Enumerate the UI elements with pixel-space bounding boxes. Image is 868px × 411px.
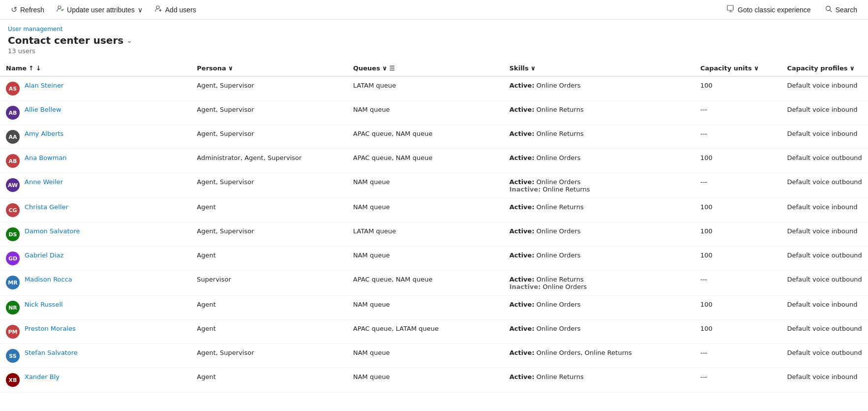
user-name-link[interactable]: Anne Weiler (25, 178, 63, 186)
queues-chevron-icon: ∨ (382, 64, 388, 72)
goto-classic-icon (727, 5, 735, 14)
breadcrumb[interactable]: User management (8, 26, 860, 32)
skill-name: Online Orders, Online Returns (537, 349, 632, 356)
capacity-profiles-sort[interactable]: Capacity profiles ∨ (787, 64, 862, 72)
cell-skills: Active: Online Orders (504, 247, 694, 271)
users-table-container: Name ↑ ↓ Persona ∨ Queues ∨ ☰ (0, 57, 868, 396)
cell-name: AW Anne Weiler (0, 173, 191, 198)
skill-name: Online Orders (537, 252, 581, 259)
cell-persona: Agent, Supervisor (191, 173, 347, 198)
name-cell: GD Gabriel Diaz (6, 252, 185, 265)
table-row: XB Xander Bly AgentNAM queueActive: Onli… (0, 368, 868, 392)
name-cell: PM Preston Morales (6, 325, 185, 339)
name-cell: SS Stefan Salvatore (6, 349, 185, 363)
cell-queues: LATAM queue (347, 76, 504, 101)
cell-skills: Active: Online Orders (504, 149, 694, 173)
user-name-link[interactable]: Nick Russell (25, 301, 63, 308)
cell-capacity-units: --- (694, 271, 781, 296)
cell-name: NR Nick Russell (0, 296, 191, 320)
table-row: PM Preston Morales AgentAPAC queue, LATA… (0, 320, 868, 344)
queues-filter-icon[interactable]: ☰ (389, 64, 395, 72)
cell-name: AS Alan Steiner (0, 76, 191, 101)
skills-sort[interactable]: Skills ∨ (509, 64, 688, 72)
queues-sort[interactable]: Queues ∨ ☰ (353, 64, 498, 72)
skill-status: Active: (509, 349, 535, 356)
user-name-link[interactable]: Amy Alberts (25, 130, 63, 137)
avatar: AS (6, 82, 20, 95)
cell-queues: LATAM queue (347, 222, 504, 247)
skill-entry: Active: Online Orders (509, 227, 688, 235)
persona-sort[interactable]: Persona ∨ (197, 64, 341, 72)
cell-persona: Agent, Supervisor (191, 344, 347, 368)
name-cell: NR Nick Russell (6, 301, 185, 315)
skill-status: Active: (509, 276, 535, 283)
cell-skills: Active: Online Orders, Online Returns (504, 344, 694, 368)
cell-capacity-profiles: Default voice outbound (781, 320, 868, 344)
name-cell: AB Ana Bowman (6, 154, 185, 168)
name-sort[interactable]: Name ↑ ↓ (6, 64, 185, 72)
col-header-skills: Skills ∨ (504, 61, 694, 76)
cell-capacity-units: --- (694, 101, 781, 125)
refresh-button[interactable]: ↺ Refresh (6, 3, 49, 16)
persona-chevron-icon: ∨ (228, 64, 234, 72)
skill-status: Active: (509, 106, 535, 113)
col-queues-label: Queues (353, 64, 380, 72)
add-user-icon (154, 5, 162, 15)
search-label: Search (836, 6, 857, 14)
cell-skills: Active: Online Orders (504, 222, 694, 247)
cell-persona: Agent (191, 247, 347, 271)
user-name-link[interactable]: Preston Morales (25, 325, 76, 332)
cell-capacity-profiles: Default voice outbound (781, 247, 868, 271)
user-name-link[interactable]: Ana Bowman (25, 154, 67, 161)
user-name-link[interactable]: Alan Steiner (25, 82, 63, 89)
skill-status: Active: (509, 82, 535, 89)
cell-persona: Agent (191, 368, 347, 392)
avatar: NR (6, 301, 20, 315)
cell-persona: Agent, Supervisor (191, 76, 347, 101)
cell-skills: Active: Online OrdersInactive: Online Re… (504, 173, 694, 198)
goto-classic-button[interactable]: Goto classic experience (722, 3, 816, 16)
add-users-button[interactable]: Add users (150, 3, 201, 17)
user-name-link[interactable]: Xander Bly (25, 373, 60, 380)
cell-capacity-units: 100 (694, 296, 781, 320)
user-name-link[interactable]: Stefan Salvatore (25, 349, 78, 356)
avatar: AW (6, 178, 20, 192)
table-header: Name ↑ ↓ Persona ∨ Queues ∨ ☰ (0, 61, 868, 76)
cell-name: SS Stefan Salvatore (0, 344, 191, 368)
page-title-chevron[interactable]: ⌄ (126, 36, 132, 44)
avatar: GD (6, 252, 20, 265)
cell-queues: NAM queue (347, 344, 504, 368)
user-name-link[interactable]: Allie Bellew (25, 106, 61, 113)
skill-name: Online Orders (537, 82, 581, 89)
svg-point-0 (58, 6, 61, 9)
update-attributes-button[interactable]: Update user attributes ∨ (51, 3, 148, 17)
user-name-link[interactable]: Gabriel Diaz (25, 252, 63, 259)
search-button[interactable]: Search (820, 3, 862, 16)
avatar: AB (6, 154, 20, 168)
skill-name: Online Returns (537, 276, 584, 283)
capacity-units-sort[interactable]: Capacity units ∨ (700, 64, 776, 72)
name-cell: XB Xander Bly (6, 373, 185, 387)
user-name-link[interactable]: Madison Rocca (25, 276, 72, 283)
table-row: AA Amy Alberts Agent, SupervisorAPAC que… (0, 125, 868, 149)
user-name-link[interactable]: Christa Geller (25, 203, 68, 211)
cell-persona: Agent, Supervisor (191, 101, 347, 125)
user-name-link[interactable]: Damon Salvatore (25, 227, 80, 235)
cell-capacity-units: 100 (694, 76, 781, 101)
cell-name: GD Gabriel Diaz (0, 247, 191, 271)
skill-status: Active: (509, 154, 535, 161)
skill-status: Active: (509, 178, 535, 186)
refresh-label: Refresh (20, 6, 44, 14)
cell-capacity-units: 100 (694, 320, 781, 344)
cell-name: AB Allie Bellew (0, 101, 191, 125)
skill-status: Active: (509, 227, 535, 235)
name-cell: MR Madison Rocca (6, 276, 185, 289)
skill-entry: Active: Online Returns (509, 203, 688, 211)
skills-chevron-icon: ∨ (531, 64, 536, 72)
user-count: 13 users (8, 47, 860, 55)
avatar: AA (6, 130, 20, 144)
cell-skills: Active: Online Returns (504, 198, 694, 222)
skill-status: Active: (509, 252, 535, 259)
add-users-label: Add users (165, 6, 196, 14)
page-title-row: Contact center users ⌄ (8, 34, 860, 46)
